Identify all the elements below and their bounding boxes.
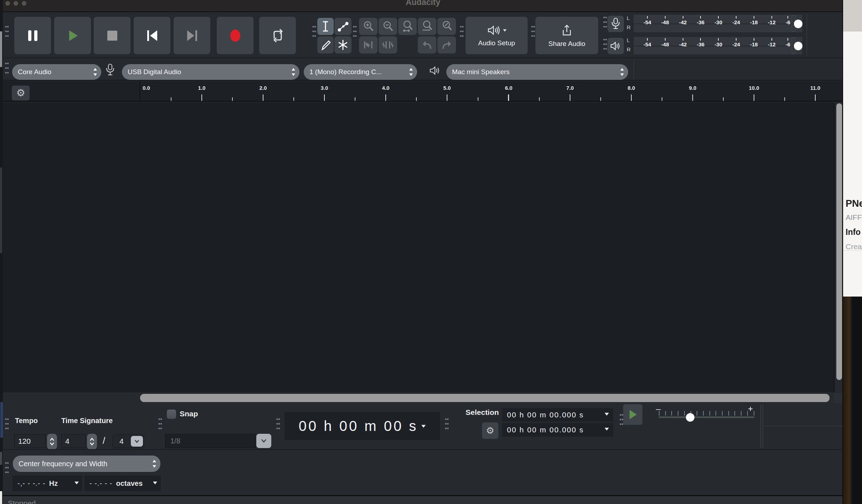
ruler-label: 2.0 [260,85,267,91]
record-meter-knob[interactable] [794,20,802,28]
zoom-out-button[interactable] [379,18,397,35]
play-meter-grip[interactable] [603,38,607,51]
ruler-label: 10.0 [749,85,759,91]
time-signature-lower-value: 4 [119,437,124,446]
pause-button[interactable] [14,17,51,54]
background-window-text: PNe [846,198,862,209]
loop-icon [270,28,286,43]
divider [843,250,862,251]
trim-audio-button[interactable] [359,36,378,53]
stop-button[interactable] [94,17,130,54]
meter-scale-label: -24 [732,41,740,47]
snap-checkbox[interactable] [167,410,176,419]
meter-tick [787,38,788,41]
skip-to-start-button[interactable] [134,17,170,54]
dropdown-arrow-icon [421,425,426,430]
transport-toolbar-grip[interactable] [5,26,9,40]
snap-toolbar-grip[interactable] [158,418,162,432]
horizontal-scrollbar-thumb[interactable] [140,394,830,402]
meter-scale-label: -54 [643,19,651,25]
time-signature-upper-input[interactable]: 4 [61,434,86,448]
time-signature-slash: / [103,435,105,446]
snap-interval-select[interactable]: 1/8 [165,434,256,448]
record-meter[interactable]: -54-48-42-36-30-24-18-12-6 [633,14,803,33]
record-button[interactable] [217,17,253,54]
vertical-scrollbar-thumb[interactable] [836,103,842,380]
silence-audio-button[interactable] [379,36,397,53]
speed-slider-track[interactable] [659,416,754,418]
zoom-toggle-button[interactable] [437,18,456,35]
meter-scale: -54-48-42-36-30-24-18-12-6 [643,38,790,54]
audio-setup-grip[interactable] [460,26,464,40]
updown-chevrons-icon [409,67,414,77]
undo-button[interactable] [418,36,436,53]
draw-tool-button[interactable] [317,36,334,53]
time-signature-lower-select[interactable]: 4 [113,434,144,448]
audio-host-select[interactable]: Core Audio [12,64,101,80]
recording-channels-select[interactable]: 1 (Mono) Recording C... [304,64,417,80]
share-audio-button[interactable]: Share Audio [535,17,598,54]
meter-tick [718,38,719,41]
ibeam-icon [320,21,331,32]
selection-end-field[interactable]: 00 h 00 m 00.000 s [502,423,613,437]
toolbar-row-divider [764,426,842,426]
tempo-stepper[interactable] [47,434,57,449]
ruler-label: 4.0 [382,85,390,91]
recording-device-value: USB Digital Audio [128,68,181,76]
share-audio-grip[interactable] [531,26,535,40]
horizontal-scrollbar[interactable] [3,392,843,403]
vertical-scrollbar[interactable] [834,102,843,392]
envelope-icon [337,20,349,32]
device-toolbar-grip[interactable] [5,62,9,77]
tools-toolbar-grip[interactable] [312,26,316,40]
multi-tool-button[interactable] [334,36,352,53]
zoom-in-button[interactable] [359,18,378,35]
fit-selection-button[interactable] [398,18,417,35]
record-meter-grip[interactable] [603,16,607,29]
time-signature-stepper[interactable] [87,434,97,449]
speaker-icon [610,41,621,51]
envelope-tool-button[interactable] [334,18,352,35]
dropdown-arrow-icon [75,482,79,487]
fit-project-button[interactable] [418,18,436,35]
meter-tick [700,38,701,41]
edit-toolbar-grip[interactable] [353,26,357,40]
meter-scale-label: -36 [697,41,704,47]
loop-button[interactable] [259,17,296,54]
selection-toolbar-grip[interactable] [445,418,449,432]
play-at-speed-button[interactable] [623,404,642,425]
skip-to-end-button[interactable] [174,17,210,54]
play-meter-left-label: L [627,37,630,43]
track-area[interactable] [3,102,834,392]
updown-chevrons-icon [152,459,157,469]
snap-combo-button[interactable] [256,434,271,448]
selection-tool-button[interactable] [317,18,334,35]
playback-device-select[interactable]: Mac mini Speakers [446,64,628,80]
meter-scale-label: -24 [732,19,740,25]
spectral-bandwidth-field[interactable]: - -.- - - octaves [84,475,161,491]
selection-start-field[interactable]: 00 h 00 m 00.000 s [502,408,613,422]
speed-slider-thumb[interactable] [686,413,694,422]
spectral-toolbar-grip[interactable] [5,462,9,476]
play-button[interactable] [54,17,91,54]
meter-tick [683,38,683,41]
ruler-label: 0.0 [143,85,150,91]
selection-options-button[interactable]: ⚙ [482,422,498,439]
time-toolbar-grip[interactable] [5,418,9,432]
tempo-input[interactable]: 120 [14,434,46,448]
spectral-mode-select[interactable]: Center frequency and Width [13,456,160,472]
timeline-options-button[interactable]: ⚙ [12,86,30,101]
redo-button[interactable] [437,36,456,53]
play-meter-speaker-button[interactable] [607,38,624,54]
play-meter-knob[interactable] [794,42,802,50]
recording-device-select[interactable]: USB Digital Audio [122,64,299,80]
multi-tool-icon [337,39,349,51]
audio-position-display[interactable]: 00 h 00 m 00 s [284,412,440,440]
record-meter-mic-button[interactable] [607,16,624,32]
timeline-ruler[interactable]: ⚙ 0.0 1.0 2.0 3.0 4.0 5.0 6.0 7.0 8.0 9.… [3,81,843,102]
playback-meter[interactable]: -54-48-42-36-30-24-18-12-6 [633,36,803,55]
audio-setup-button[interactable]: Audio Setup [466,17,528,54]
combo-button[interactable] [131,436,143,447]
position-toolbar-grip[interactable] [276,418,280,432]
spectral-frequency-field[interactable]: -,- - -.- - Hz [12,475,82,491]
